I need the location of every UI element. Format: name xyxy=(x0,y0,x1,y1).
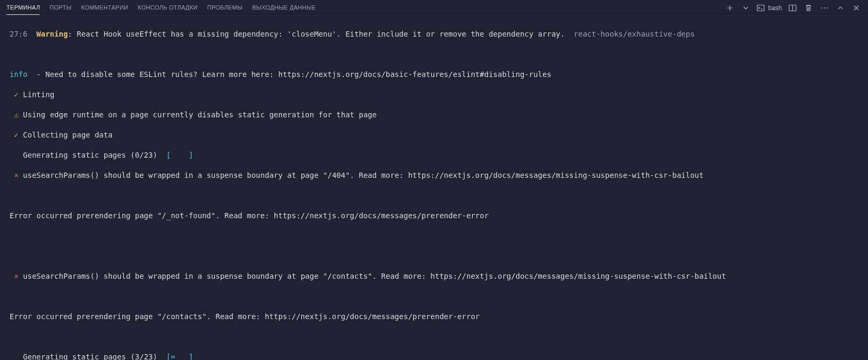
check-icon: ✓ xyxy=(14,131,18,139)
shell-selector[interactable]: bash xyxy=(756,3,782,13)
log-gen-1: Generating static pages (0/23) xyxy=(10,151,166,159)
svg-point-2 xyxy=(821,7,822,8)
tab-terminal[interactable]: ТЕРМИНАЛ xyxy=(6,1,40,15)
progress-bar: [= ] xyxy=(166,353,193,360)
log-u-contacts: useSearchParams() should be wrapped in a… xyxy=(19,272,726,280)
log-info-word: info xyxy=(10,70,28,79)
check-icon: ✓ xyxy=(14,90,18,99)
shell-label-text: bash xyxy=(768,4,782,12)
log-edge: Using edge runtime on a page currently d… xyxy=(19,110,377,119)
log-collect: Collecting page data xyxy=(19,131,113,139)
maximize-panel-icon[interactable] xyxy=(835,3,846,13)
split-terminal-icon[interactable] xyxy=(787,3,798,13)
log-pos: 27:6 xyxy=(10,30,28,38)
warn-icon: ⚠ xyxy=(14,110,18,119)
svg-point-4 xyxy=(827,7,828,8)
log-warning-rule: react-hooks/exhaustive-deps xyxy=(574,30,695,38)
profiles-chevron-icon[interactable] xyxy=(741,3,751,13)
log-e-contacts: Error occurred prerendering page "/conta… xyxy=(10,312,480,321)
progress-bar: [ ] xyxy=(166,151,193,159)
tab-problems[interactable]: ПРОБЛЕМЫ xyxy=(207,1,243,15)
tab-comments[interactable]: КОММЕНТАРИИ xyxy=(81,1,129,15)
log-info-msg: - Need to disable some ESLint rules? Lea… xyxy=(28,70,551,79)
more-actions-icon[interactable] xyxy=(819,3,830,13)
log-warning-msg: React Hook useEffect has a missing depen… xyxy=(76,30,574,38)
new-terminal-icon[interactable] xyxy=(725,3,735,13)
log-u-404: useSearchParams() should be wrapped in a… xyxy=(19,171,704,179)
cross-icon: × xyxy=(14,171,18,179)
log-warning-word: Warning xyxy=(37,30,68,38)
svg-rect-0 xyxy=(757,5,764,11)
kill-terminal-icon[interactable] xyxy=(803,3,814,13)
log-gen-2: Generating static pages (3/23) xyxy=(10,353,166,360)
close-panel-icon[interactable] xyxy=(851,3,862,13)
tab-output[interactable]: ВЫХОДНЫЕ ДАННЫЕ xyxy=(252,1,316,15)
tab-ports[interactable]: ПОРТЫ xyxy=(49,1,71,15)
panel-header: ТЕРМИНАЛ ПОРТЫ КОММЕНТАРИИ КОНСОЛЬ ОТЛАД… xyxy=(0,0,868,16)
tab-debug[interactable]: КОНСОЛЬ ОТЛАДКИ xyxy=(138,1,198,15)
panel-tabs: ТЕРМИНАЛ ПОРТЫ КОММЕНТАРИИ КОНСОЛЬ ОТЛАД… xyxy=(6,1,725,15)
log-warning-colon: : xyxy=(68,30,77,38)
svg-point-3 xyxy=(824,7,825,8)
log-lint: Linting xyxy=(19,90,54,99)
panel-actions: bash xyxy=(725,3,864,13)
log-e-notfound: Error occurred prerendering page "/_not-… xyxy=(10,211,489,220)
terminal-output[interactable]: 27:6 Warning: React Hook useEffect has a… xyxy=(0,16,868,360)
cross-icon: × xyxy=(14,272,18,280)
